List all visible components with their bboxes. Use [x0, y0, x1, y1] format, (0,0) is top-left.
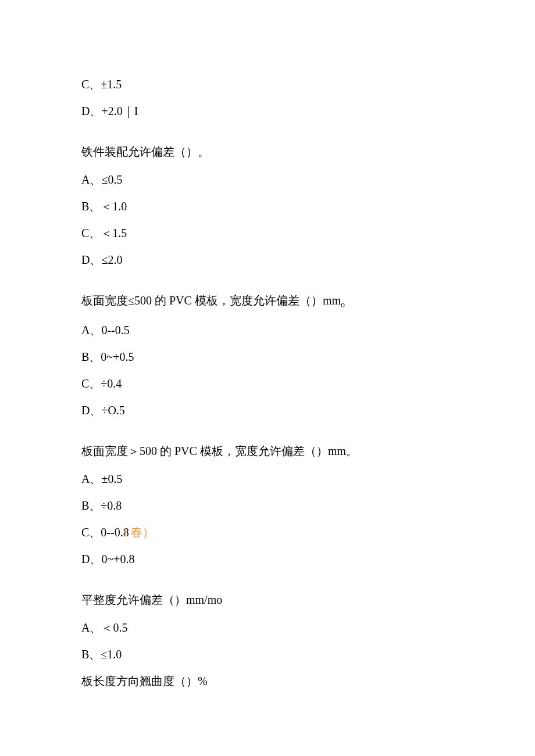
question-2-option-b: B、0~+0.5 — [81, 348, 477, 366]
question-3-option-c: C、0--0.8 1 春） — [81, 524, 477, 541]
question-2-option-d: D、÷O.5 — [81, 402, 477, 419]
question-4-option-a: A、＜0.5 — [81, 619, 477, 636]
question-3-option-b: B、÷0.8 — [81, 497, 477, 514]
question-2: 板面宽度≤500 的 PVC 模板，宽度允许偏差（）mmo — [81, 292, 477, 311]
question-2-option-c: C、÷0.4 — [81, 375, 477, 392]
question-2-option-a: A、0--0.5 — [81, 321, 477, 339]
question-1-option-c: C、＜1.5 — [81, 224, 477, 242]
option-c-1: C、±1.5 — [81, 76, 477, 93]
question-3-option-d: D、0~+0.8 — [81, 550, 477, 568]
option-d-1: D、+2.0｜I — [81, 102, 477, 120]
question-1-option-d: D、≤2.0 — [81, 251, 477, 268]
question-1: 铁件装配允许偏差（）。 — [81, 143, 477, 160]
question-3-option-a: A、±0.5 — [81, 470, 477, 488]
question-1-option-b: B、＜1.0 — [81, 198, 477, 215]
question-4: 平整度允许偏差（）mm/mo — [81, 591, 477, 608]
subscript-o: o — [341, 300, 345, 309]
question-5: 板长度方向翘曲度（）% — [81, 672, 477, 690]
question-4-option-b: B、≤1.0 — [81, 646, 477, 663]
annotation-text: 1 春） — [122, 524, 154, 541]
question-1-option-a: A、≤0.5 — [81, 171, 477, 188]
question-3: 板面宽度＞500 的 PVC 模板，宽度允许偏差（）mm。 — [81, 442, 477, 460]
